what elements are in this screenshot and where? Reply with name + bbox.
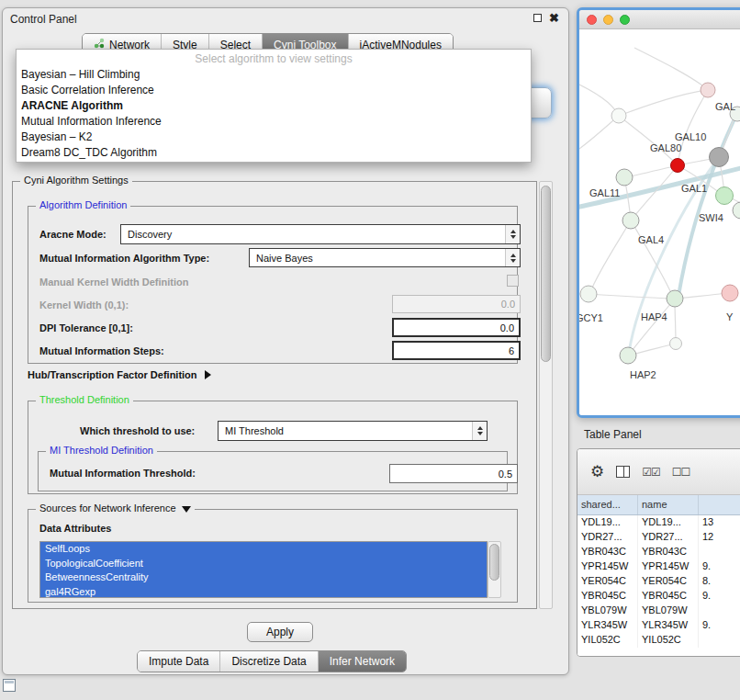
attribute-item[interactable]: TopologicalCoefficient bbox=[40, 557, 487, 571]
tab-impute-data[interactable]: Impute Data bbox=[138, 651, 219, 672]
table-row[interactable]: YLR345W YLR345W 9. bbox=[577, 618, 740, 633]
close-icon[interactable]: ✖ bbox=[549, 12, 559, 24]
dpi-tolerance-label: DPI Tolerance [0,1]: bbox=[39, 322, 133, 333]
kernel-width-field[interactable] bbox=[392, 295, 521, 313]
mi-threshold-legend: MI Threshold Definition bbox=[46, 445, 157, 456]
mi-steps-field[interactable] bbox=[392, 341, 521, 360]
scrollbar-thumb[interactable] bbox=[489, 544, 499, 581]
aracne-mode-label: Aracne Mode: bbox=[39, 229, 107, 240]
node-label: GAL1 bbox=[681, 183, 707, 194]
network-node[interactable] bbox=[620, 347, 636, 364]
cyni-settings-legend: Cyni Algorithm Settings bbox=[20, 175, 132, 186]
manual-kernel-checkbox[interactable] bbox=[507, 275, 519, 287]
columns-icon[interactable] bbox=[616, 466, 630, 478]
table-row[interactable]: YBR045C YBR045C 9. bbox=[577, 589, 740, 604]
cyni-algorithm-settings-group: Cyni Algorithm Settings Algorithm Defini… bbox=[12, 181, 537, 609]
collapsed-arrow-icon bbox=[205, 370, 211, 379]
column-header[interactable]: shared... bbox=[577, 495, 638, 514]
mi-type-combo[interactable]: Naive Bayes bbox=[249, 248, 521, 267]
mi-threshold-group: MI Threshold Definition Mutual Informati… bbox=[38, 451, 508, 491]
float-window-icon[interactable] bbox=[533, 14, 542, 22]
which-threshold-combo[interactable]: MI Threshold bbox=[218, 421, 488, 441]
control-panel-titlebar: Control Panel ✖ bbox=[3, 8, 568, 30]
select-all-columns-icon[interactable]: ☑☑ bbox=[642, 466, 660, 479]
node-label: GAL bbox=[715, 101, 735, 112]
threshold-definition-legend: Threshold Definition bbox=[36, 394, 133, 405]
table-row[interactable]: YPR145W YPR145W 9. bbox=[577, 559, 740, 574]
mi-threshold-label: Mutual Information Threshold: bbox=[50, 468, 196, 479]
apply-button[interactable]: Apply bbox=[247, 622, 313, 642]
network-node[interactable] bbox=[580, 286, 597, 302]
combo-arrows-icon bbox=[472, 422, 487, 440]
settings-scrollbar[interactable] bbox=[539, 181, 553, 609]
network-node[interactable] bbox=[733, 202, 740, 219]
network-window-titlebar bbox=[579, 10, 740, 29]
network-view-window: GAL80 GAL10 GAL11 GAL1 SWI4 GAL4 GCY1 HA… bbox=[577, 7, 740, 418]
sources-legend[interactable]: Sources for Network Inference bbox=[36, 502, 195, 514]
bottom-tabstrip: Impute Data Discretize Data Infer Networ… bbox=[137, 650, 407, 672]
tab-infer-network[interactable]: Infer Network bbox=[318, 651, 406, 672]
algorithm-placeholder: Select algorithm to view settings bbox=[17, 51, 531, 67]
hub-definition-toggle[interactable]: Hub/Transcription Factor Definition bbox=[28, 369, 211, 380]
table-header-row: shared... name bbox=[577, 495, 740, 515]
column-header[interactable] bbox=[699, 495, 740, 514]
deselect-all-columns-icon[interactable]: ☐☐ bbox=[672, 466, 690, 479]
table-row[interactable]: YBL079W YBL079W bbox=[577, 604, 740, 618]
attribute-item[interactable]: SelfLoops bbox=[40, 542, 487, 557]
table-row[interactable]: YDL19... YDL19... 13 bbox=[577, 515, 740, 530]
network-graph[interactable]: GAL80 GAL10 GAL11 GAL1 SWI4 GAL4 GCY1 HA… bbox=[579, 29, 740, 418]
node-label: SWI4 bbox=[699, 212, 723, 223]
network-node[interactable] bbox=[710, 148, 729, 167]
node-label: GAL11 bbox=[589, 187, 620, 198]
attribute-item[interactable]: BetweennessCentrality bbox=[40, 570, 487, 585]
manual-kernel-label: Manual Kernel Width Definition bbox=[39, 277, 188, 288]
attribute-list-scrollbar[interactable] bbox=[488, 541, 501, 598]
table-row[interactable]: YDR27... YDR27... 12 bbox=[577, 530, 740, 545]
network-node-labels: GAL80 GAL10 GAL11 GAL1 SWI4 GAL4 GCY1 HA… bbox=[579, 101, 735, 380]
combo-arrows-icon bbox=[505, 249, 520, 266]
table-row[interactable]: YIL052C YIL052C bbox=[577, 633, 740, 648]
column-header[interactable]: name bbox=[638, 495, 699, 514]
network-node[interactable] bbox=[616, 169, 633, 186]
zoom-traffic-light[interactable] bbox=[620, 15, 630, 25]
mi-threshold-field[interactable] bbox=[389, 464, 518, 483]
control-panel-title: Control Panel bbox=[10, 13, 77, 26]
network-canvas[interactable]: GAL80 GAL10 GAL11 GAL1 SWI4 GAL4 GCY1 HA… bbox=[579, 29, 740, 415]
network-node[interactable] bbox=[667, 290, 683, 307]
table-row[interactable]: YBR043C YBR043C bbox=[577, 545, 740, 559]
algorithm-option[interactable]: Bayesian – Hill Climbing bbox=[17, 67, 531, 83]
combo-arrows-icon bbox=[505, 225, 520, 243]
close-traffic-light[interactable] bbox=[587, 15, 597, 25]
minimize-traffic-light[interactable] bbox=[603, 15, 613, 25]
table-body: YDL19... YDL19... 13 YDR27... YDR27... 1… bbox=[577, 515, 740, 657]
algorithm-option[interactable]: Bayesian – K2 bbox=[17, 130, 531, 145]
data-attributes-list[interactable]: SelfLoops TopologicalCoefficient Between… bbox=[39, 541, 488, 598]
network-node-selected[interactable] bbox=[671, 159, 685, 173]
attribute-item[interactable]: gal4RGexp bbox=[40, 585, 487, 599]
docked-panel-icon[interactable] bbox=[3, 679, 16, 692]
network-node[interactable] bbox=[611, 108, 626, 123]
scrollbar-thumb[interactable] bbox=[541, 186, 551, 362]
algorithm-dropdown-popup: Select algorithm to view settings Bayesi… bbox=[16, 49, 532, 163]
aracne-mode-combo[interactable]: Discovery bbox=[120, 224, 521, 244]
mi-steps-label: Mutual Information Steps: bbox=[39, 345, 164, 356]
dpi-tolerance-field[interactable] bbox=[392, 318, 521, 337]
algorithm-option[interactable]: Basic Correlation Inference bbox=[17, 83, 531, 98]
sources-group: Sources for Network Inference Data Attri… bbox=[28, 509, 518, 603]
network-node[interactable] bbox=[622, 212, 639, 229]
expanded-arrow-icon bbox=[182, 506, 191, 513]
algorithm-option-selected[interactable]: ARACNE Algorithm bbox=[17, 98, 531, 114]
algorithm-option[interactable]: Mutual Information Inference bbox=[17, 114, 531, 130]
tab-discretize-data[interactable]: Discretize Data bbox=[219, 651, 317, 672]
network-node[interactable] bbox=[716, 187, 734, 205]
network-node[interactable] bbox=[701, 83, 715, 97]
node-label: Y bbox=[726, 311, 734, 322]
mi-type-label: Mutual Information Algorithm Type: bbox=[39, 253, 209, 264]
table-row[interactable]: YER054C YER054C 8. bbox=[577, 574, 740, 589]
node-label: GAL4 bbox=[638, 234, 664, 245]
algorithm-option[interactable]: Dream8 DC_TDC Algorithm bbox=[17, 145, 531, 161]
gear-icon[interactable]: ⚙ bbox=[590, 464, 604, 480]
table-panel-toolbar: ⚙ ☑☑ ☐☐ bbox=[577, 449, 740, 495]
network-node[interactable] bbox=[670, 338, 682, 350]
network-node[interactable] bbox=[722, 285, 738, 301]
